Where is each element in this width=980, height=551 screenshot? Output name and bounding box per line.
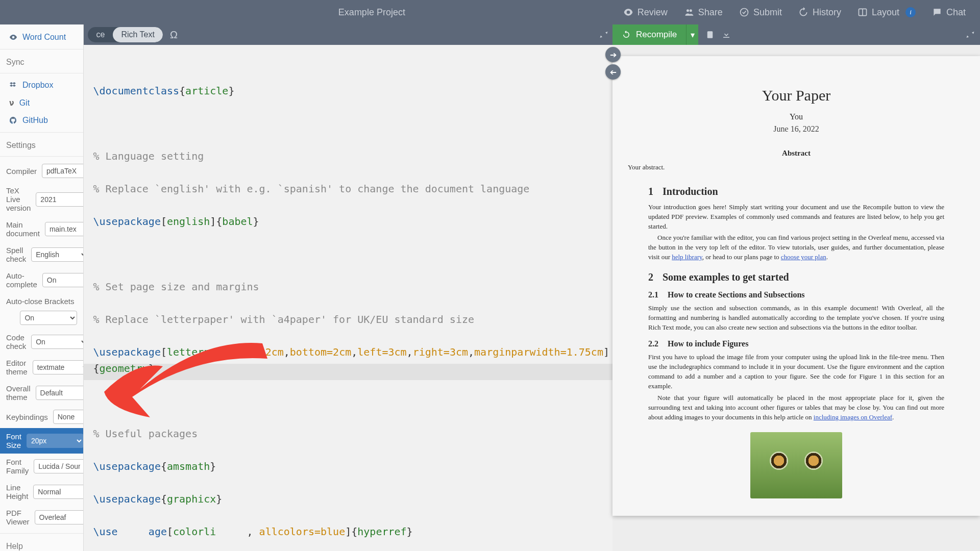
setting-select[interactable]: Lucida / Sourc [34, 459, 84, 473]
pdf-page: Your Paper You June 16, 2022 Abstract Yo… [612, 56, 980, 516]
pdf-subsection-21: 2.1How to create Sections and Subsection… [648, 290, 944, 299]
svg-point-0 [740, 9, 748, 16]
submit-icon [739, 7, 749, 17]
git-item[interactable]: ν Git [0, 94, 83, 112]
share-icon [684, 7, 694, 17]
setting-row-keybindings: KeybindingsNone [0, 406, 83, 428]
pdf-preview-pane: Recompile ▾ Your Paper You June 16, 2022… [612, 24, 980, 551]
pdf-s1-p2: Once you're familiar with the editor, yo… [648, 233, 944, 262]
setting-select[interactable]: 20px [27, 434, 84, 448]
app-header: Example Project Review Share Submit Hist… [0, 0, 980, 24]
setting-select[interactable]: 2021 [36, 192, 84, 207]
frog-image [750, 432, 842, 498]
word-count-item[interactable]: Word Count [0, 29, 83, 46]
splitter-right-icon[interactable]: ➔ [605, 47, 621, 62]
setting-select[interactable]: textmate [33, 360, 84, 374]
setting-select[interactable]: English [31, 247, 84, 262]
setting-label: Font Size [6, 432, 21, 449]
svg-rect-4 [707, 31, 713, 38]
setting-row-pdf-viewer: PDF ViewerOverleaf [0, 505, 83, 530]
settings-sidebar: Word Count Sync Dropbox ν Git GitHub Set… [0, 24, 84, 551]
including-images-link[interactable]: including images on Overleaf [814, 413, 892, 421]
setting-row-main-document: Main documentmain.tex [0, 216, 83, 242]
pdf-section-2: 2Some examples to get started [648, 271, 944, 283]
history-button[interactable]: History [791, 0, 848, 24]
chat-button[interactable]: Chat [925, 0, 973, 24]
setting-label: Overall theme [6, 384, 31, 402]
setting-label: Auto-complete [6, 271, 37, 289]
eye-icon [9, 33, 17, 41]
share-button[interactable]: Share [677, 0, 730, 24]
expand-preview-icon[interactable] [966, 30, 975, 39]
editor-mode-toggle[interactable]: ce Rich Text [88, 27, 162, 42]
preview-toolbar: Recompile ▾ [612, 24, 980, 45]
setting-row-code-check: Code checkOn [0, 329, 83, 355]
dropbox-item[interactable]: Dropbox [0, 77, 83, 94]
setting-label: TeX Live version [6, 186, 31, 212]
setting-label: Keybindings [6, 413, 48, 421]
pdf-abstract-text: Your abstract. [628, 163, 944, 172]
recompile-dropdown[interactable]: ▾ [686, 24, 698, 45]
setting-select[interactable]: On [20, 311, 77, 325]
submit-button[interactable]: Submit [732, 0, 789, 24]
setting-label: Auto-close Brackets [6, 297, 74, 306]
pdf-s1-p1: Your introduction goes here! Simply star… [648, 203, 944, 232]
setting-label: Editor theme [6, 359, 28, 376]
choose-plan-link[interactable]: choose your plan [781, 253, 826, 261]
review-button[interactable]: Review [616, 0, 675, 24]
setting-row-editor-theme: Editor themetextmate [0, 355, 83, 380]
editor-pane: ce Rich Text Ω \documentclass{article} %… [84, 24, 612, 551]
setting-row-line-height: Line HeightNormal [0, 479, 83, 505]
setting-label: Compiler [6, 167, 37, 176]
setting-row-spell-check: Spell checkEnglish [0, 242, 83, 267]
symbol-button[interactable]: Ω [170, 29, 178, 41]
code-editor[interactable]: \documentclass{article} % Language setti… [84, 45, 612, 551]
splitter-left-icon[interactable]: ➔ [605, 64, 621, 80]
layout-button[interactable]: Layout i [850, 0, 923, 24]
setting-select[interactable]: On [31, 335, 84, 349]
setting-select[interactable]: Overleaf [35, 510, 84, 524]
pdf-s22-p2: Note that your figure will automatically… [648, 393, 944, 422]
info-badge: i [905, 7, 916, 17]
pdf-date: June 16, 2022 [648, 124, 944, 134]
github-item[interactable]: GitHub [0, 112, 83, 129]
pdf-s22-p1: First you have to upload the image file … [648, 353, 944, 391]
source-tab[interactable]: ce [88, 27, 113, 42]
setting-select[interactable]: Default [36, 386, 84, 400]
setting-label: Font Family [6, 458, 29, 475]
pdf-abstract-head: Abstract [648, 149, 944, 158]
history-icon [798, 7, 808, 17]
setting-row-font-family: Font FamilyLucida / Sourc [0, 454, 83, 479]
sync-header: Sync [0, 53, 83, 70]
setting-row-tex-live-version: TeX Live version2021 [0, 182, 83, 216]
download-icon[interactable] [722, 30, 731, 39]
setting-label: Line Height [6, 483, 28, 500]
setting-select[interactable]: None [53, 410, 84, 424]
pdf-figure [648, 432, 944, 500]
recompile-button[interactable]: Recompile [612, 24, 686, 45]
layout-icon [857, 7, 868, 17]
help-library-link[interactable]: help library [672, 253, 702, 261]
setting-row-compiler: CompilerpdfLaTeX [0, 160, 83, 182]
setting-label: Main document [6, 220, 40, 238]
setting-select[interactable]: Normal [33, 485, 84, 499]
setting-row-overall-theme: Overall themeDefault [0, 380, 83, 406]
setting-select[interactable]: pdfLaTeX [42, 164, 84, 178]
review-icon [623, 7, 633, 17]
richtext-tab[interactable]: Rich Text [113, 27, 163, 42]
pdf-section-1: 1Introduction [648, 186, 944, 197]
logs-icon[interactable] [705, 30, 715, 39]
setting-select[interactable]: main.tex [45, 222, 84, 236]
setting-label: Spell check [6, 246, 26, 263]
pdf-s21-p: Simply use the section and subsection co… [648, 304, 944, 333]
pdf-title: Your Paper [648, 87, 944, 104]
help-header: Help [0, 537, 83, 551]
project-title[interactable]: Example Project [128, 7, 616, 18]
setting-row-auto-close-brackets: Auto-close BracketsOn [0, 293, 83, 329]
editor-toolbar: ce Rich Text Ω [84, 24, 612, 45]
expand-icon[interactable] [599, 30, 608, 39]
chat-icon [932, 7, 942, 17]
setting-row-font-size: Font Size20px [0, 428, 83, 454]
setting-select[interactable]: On [42, 273, 84, 287]
pdf-subsection-22: 2.2How to include Figures [648, 339, 944, 348]
